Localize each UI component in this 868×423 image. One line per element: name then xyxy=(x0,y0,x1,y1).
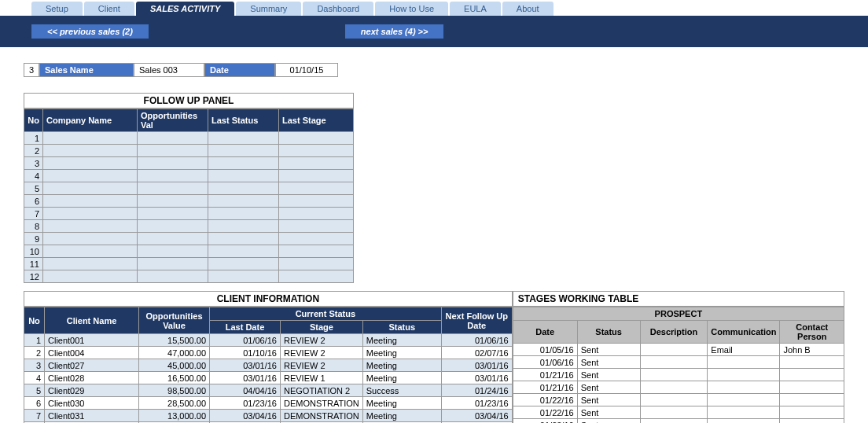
client-row[interactable]: 4Client02816,500.0003/01/16REVIEW 1Meeti… xyxy=(24,372,513,384)
stages-row[interactable]: 01/22/16Sent xyxy=(513,406,844,419)
stages-title: STAGES WORKING TABLE xyxy=(513,291,844,307)
client-header: Status xyxy=(362,321,441,334)
followup-header: Company Name xyxy=(43,109,138,132)
client-header: No xyxy=(24,307,45,334)
tab-setup[interactable]: Setup xyxy=(31,2,83,16)
followup-row[interactable]: 8 xyxy=(24,220,354,233)
stages-row[interactable]: 01/23/16Sent xyxy=(513,419,844,424)
followup-row[interactable]: 12 xyxy=(24,270,354,283)
tab-how-to-use[interactable]: How to Use xyxy=(375,2,448,16)
sales-name-label: Sales Name xyxy=(39,63,134,77)
client-header: Current Status xyxy=(210,307,442,321)
client-info-section: CLIENT INFORMATION NoClient NameOpportun… xyxy=(24,291,513,423)
client-row[interactable]: 6Client03028,500.0001/23/16DEMONSTRATION… xyxy=(24,397,513,410)
client-header: Opportunities Value xyxy=(139,307,210,334)
client-row[interactable]: 1Client00115,500.0001/06/16REVIEW 2Meeti… xyxy=(24,334,513,347)
client-header: Client Name xyxy=(45,307,139,334)
stages-header: Date xyxy=(513,321,577,344)
client-row[interactable]: 3Client02745,000.0003/01/16REVIEW 2Meeti… xyxy=(24,359,513,372)
tab-about[interactable]: About xyxy=(502,2,554,16)
followup-row[interactable]: 3 xyxy=(24,157,354,170)
followup-row[interactable]: 2 xyxy=(24,145,354,157)
client-row[interactable]: 7Client03113,000.0003/04/16DEMONSTRATION… xyxy=(24,410,513,422)
prev-sales-button[interactable]: << previous sales (2) xyxy=(31,24,149,39)
client-row[interactable]: 2Client00447,000.0001/10/16REVIEW 2Meeti… xyxy=(24,347,513,359)
sales-number: 3 xyxy=(24,63,39,77)
stages-section: STAGES WORKING TABLE PROSPECTDateStatusD… xyxy=(513,291,844,423)
tab-client[interactable]: Client xyxy=(84,2,134,16)
tab-dashboard[interactable]: Dashboard xyxy=(303,2,373,16)
followup-row[interactable]: 10 xyxy=(24,245,354,258)
tab-eula[interactable]: EULA xyxy=(450,2,501,16)
followup-row[interactable]: 5 xyxy=(24,182,354,195)
followup-panel: FOLLOW UP PANEL NoCompany NameOpportunit… xyxy=(24,93,844,283)
followup-row[interactable]: 9 xyxy=(24,233,354,245)
stages-row[interactable]: 01/21/16Sent xyxy=(513,369,844,381)
tab-bar: SetupClientSALES ACTIVITYSummaryDashboar… xyxy=(0,0,868,16)
followup-row[interactable]: 4 xyxy=(24,170,354,182)
client-info-title: CLIENT INFORMATION xyxy=(24,291,513,307)
sales-info-row: 3 Sales Name Sales 003 Date 01/10/15 xyxy=(24,63,844,77)
stages-row[interactable]: 01/21/16Sent xyxy=(513,381,844,394)
stages-row[interactable]: 01/06/16Sent xyxy=(513,356,844,369)
client-header: Stage xyxy=(281,321,363,334)
next-sales-button[interactable]: next sales (4) >> xyxy=(345,24,444,39)
stages-row[interactable]: 01/22/16Sent xyxy=(513,394,844,406)
followup-row[interactable]: 7 xyxy=(24,208,354,220)
followup-row[interactable]: 11 xyxy=(24,258,354,270)
followup-row[interactable]: 6 xyxy=(24,195,354,208)
date-value: 01/10/15 xyxy=(275,63,338,77)
nav-banner: << previous sales (2) next sales (4) >> xyxy=(0,16,868,47)
stages-header: PROSPECT xyxy=(513,307,844,321)
sales-name-value: Sales 003 xyxy=(134,63,204,77)
followup-header: Opportunities Val xyxy=(138,109,208,132)
client-header: Next Follow Up Date xyxy=(441,307,512,334)
stages-header: Contact Person xyxy=(780,321,844,344)
client-row[interactable]: 5Client02998,500.0004/04/16NEGOTIATION 2… xyxy=(24,384,513,397)
stages-header: Communication xyxy=(708,321,780,344)
stages-row[interactable]: 01/05/16SentEmailJohn B xyxy=(513,344,844,356)
client-header: Last Date xyxy=(210,321,281,334)
date-label: Date xyxy=(204,63,275,77)
followup-row[interactable]: 1 xyxy=(24,132,354,145)
followup-header: Last Status xyxy=(208,109,279,132)
tab-summary[interactable]: Summary xyxy=(236,2,301,16)
stages-header: Description xyxy=(640,321,708,344)
tab-sales-activity[interactable]: SALES ACTIVITY xyxy=(136,2,234,16)
stages-header: Status xyxy=(577,321,640,344)
followup-header: Last Stage xyxy=(279,109,354,132)
followup-header: No xyxy=(24,109,43,132)
followup-title: FOLLOW UP PANEL xyxy=(24,93,354,109)
